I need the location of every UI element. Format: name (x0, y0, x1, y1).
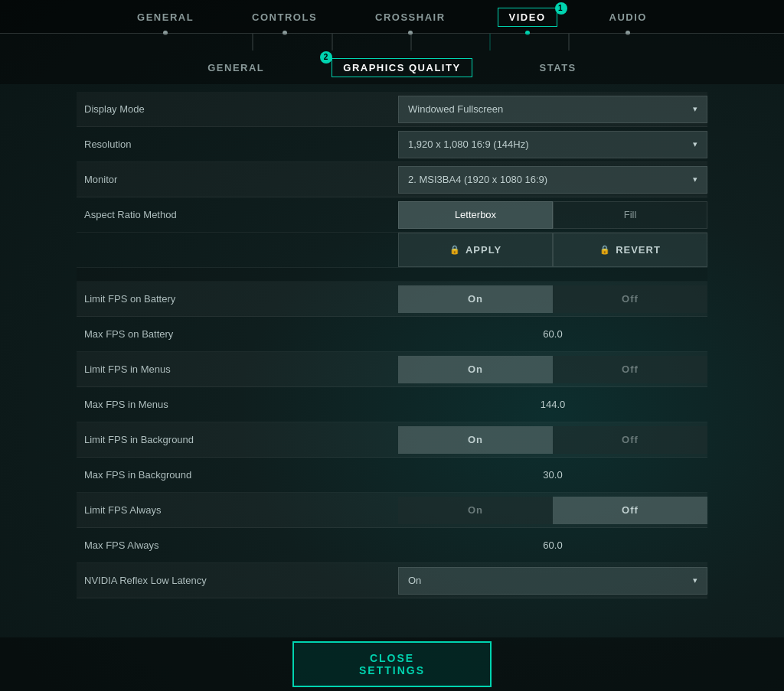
settings-content: Display Mode Windowed Fullscreen ▾ Resol… (0, 84, 784, 637)
limit-fps-menus-control: On Off (398, 356, 707, 383)
max-fps-battery-value: 60.0 (398, 328, 707, 340)
apply-button[interactable]: 🔒 APPLY (398, 233, 553, 267)
limit-fps-menus-label: Limit FPS in Menus (77, 363, 398, 375)
top-nav: GENERAL CONTROLS CROSSHAIR VIDEO 1 AUDIO (0, 0, 784, 34)
resolution-value: 1,920 x 1,080 16:9 (144Hz) (408, 139, 693, 150)
max-fps-always-row: Max FPS Always 60.0 (77, 528, 707, 563)
revert-button[interactable]: 🔒 REVERT (553, 233, 707, 267)
spacer-1 (77, 268, 707, 282)
max-fps-background-row: Max FPS in Background 30.0 (77, 458, 707, 493)
nvidia-reflex-value: On (408, 575, 693, 586)
limit-fps-menus-row: Limit FPS in Menus On Off (77, 352, 707, 387)
monitor-arrow: ▾ (693, 174, 697, 184)
max-fps-background-value: 30.0 (398, 469, 707, 481)
display-mode-control: Windowed Fullscreen ▾ (398, 96, 707, 123)
limit-fps-background-on[interactable]: On (398, 426, 553, 454)
max-fps-menus-value: 144.0 (398, 399, 707, 410)
monitor-control: 2. MSI3BA4 (1920 x 1080 16:9) ▾ (398, 166, 707, 194)
monitor-label: Monitor (77, 174, 398, 185)
video-badge: 1 (555, 2, 567, 15)
max-fps-menus-control: 144.0 (398, 399, 707, 410)
nvidia-reflex-row: NVIDIA Reflex Low Latency On ▾ (77, 563, 707, 598)
aspect-ratio-group: Letterbox Fill (398, 201, 707, 229)
max-fps-menus-label: Max FPS in Menus (77, 399, 398, 410)
display-mode-label: Display Mode (77, 103, 398, 115)
resolution-control: 1,920 x 1,080 16:9 (144Hz) ▾ (398, 131, 707, 158)
aspect-ratio-label: Aspect Ratio Method (77, 209, 398, 220)
tab-crosshair[interactable]: CROSSHAIR (369, 8, 452, 26)
monitor-value: 2. MSI3BA4 (1920 x 1080 16:9) (408, 174, 693, 185)
fill-button[interactable]: Fill (553, 201, 707, 229)
limit-fps-battery-label: Limit FPS on Battery (77, 293, 398, 305)
limit-fps-always-label: Limit FPS Always (77, 504, 398, 516)
limit-fps-menus-off[interactable]: Off (553, 356, 707, 383)
limit-fps-menus-toggle: On Off (398, 356, 707, 383)
display-mode-row: Display Mode Windowed Fullscreen ▾ (77, 92, 707, 127)
resolution-label: Resolution (77, 139, 398, 150)
resolution-row: Resolution 1,920 x 1,080 16:9 (144Hz) ▾ (77, 127, 707, 162)
max-fps-always-label: Max FPS Always (77, 539, 398, 551)
apply-revert-row: 🔒 APPLY 🔒 REVERT (77, 233, 707, 268)
limit-fps-battery-toggle: On Off (398, 285, 707, 313)
close-settings-area: CLOSE SETTINGS (0, 637, 784, 691)
limit-fps-background-row: Limit FPS in Background On Off (77, 422, 707, 458)
nvidia-reflex-dropdown[interactable]: On ▾ (398, 567, 707, 595)
limit-fps-always-on[interactable]: On (398, 497, 553, 524)
apply-revert-group: 🔒 APPLY 🔒 REVERT (398, 233, 707, 267)
limit-fps-battery-on[interactable]: On (398, 285, 553, 313)
nvidia-reflex-arrow: ▾ (693, 575, 697, 585)
limit-fps-battery-row: Limit FPS on Battery On Off (77, 282, 707, 317)
limit-fps-battery-off[interactable]: Off (553, 285, 707, 313)
max-fps-battery-row: Max FPS on Battery 60.0 (77, 317, 707, 352)
limit-fps-background-label: Limit FPS in Background (77, 434, 398, 445)
tab-audio[interactable]: AUDIO (603, 8, 653, 26)
display-mode-arrow: ▾ (693, 104, 697, 114)
max-fps-background-label: Max FPS in Background (77, 469, 398, 481)
limit-fps-battery-control: On Off (398, 285, 707, 313)
max-fps-menus-row: Max FPS in Menus 144.0 (77, 387, 707, 422)
graphics-badge: 2 (320, 51, 332, 64)
max-fps-always-control: 60.0 (398, 539, 707, 551)
limit-fps-background-off[interactable]: Off (553, 426, 707, 454)
sub-tab-stats[interactable]: STATS (534, 59, 583, 77)
revert-lock-icon: 🔒 (599, 245, 611, 255)
limit-fps-always-row: Limit FPS Always On Off (77, 493, 707, 528)
nvidia-reflex-label: NVIDIA Reflex Low Latency (77, 575, 398, 586)
limit-fps-always-control: On Off (398, 497, 707, 524)
limit-fps-always-off[interactable]: Off (553, 497, 707, 524)
limit-fps-always-toggle: On Off (398, 497, 707, 524)
sub-tab-general[interactable]: GENERAL (201, 59, 270, 77)
resolution-dropdown[interactable]: 1,920 x 1,080 16:9 (144Hz) ▾ (398, 131, 707, 158)
display-mode-value: Windowed Fullscreen (408, 103, 693, 115)
nvidia-reflex-control: On ▾ (398, 567, 707, 595)
tab-general[interactable]: GENERAL (131, 8, 200, 26)
close-settings-button[interactable]: CLOSE SETTINGS (292, 641, 492, 687)
resolution-arrow: ▾ (693, 139, 697, 149)
connector-area (0, 34, 784, 51)
monitor-dropdown[interactable]: 2. MSI3BA4 (1920 x 1080 16:9) ▾ (398, 166, 707, 194)
monitor-row: Monitor 2. MSI3BA4 (1920 x 1080 16:9) ▾ (77, 162, 707, 197)
limit-fps-background-toggle: On Off (398, 426, 707, 454)
letterbox-button[interactable]: Letterbox (398, 201, 553, 229)
max-fps-background-control: 30.0 (398, 469, 707, 481)
aspect-ratio-row: Aspect Ratio Method Letterbox Fill (77, 197, 707, 233)
max-fps-battery-control: 60.0 (398, 328, 707, 340)
apply-lock-icon: 🔒 (449, 245, 461, 255)
sub-nav: GENERAL 2 GRAPHICS QUALITY STATS (0, 51, 784, 84)
tab-video[interactable]: VIDEO 1 (498, 8, 557, 27)
max-fps-always-value: 60.0 (398, 539, 707, 551)
sub-tab-graphics[interactable]: 2 GRAPHICS QUALITY (332, 58, 472, 77)
limit-fps-menus-on[interactable]: On (398, 356, 553, 383)
tab-controls[interactable]: CONTROLS (246, 8, 323, 26)
aspect-ratio-control: Letterbox Fill (398, 201, 707, 229)
max-fps-battery-label: Max FPS on Battery (77, 328, 398, 340)
limit-fps-background-control: On Off (398, 426, 707, 454)
display-mode-dropdown[interactable]: Windowed Fullscreen ▾ (398, 96, 707, 123)
